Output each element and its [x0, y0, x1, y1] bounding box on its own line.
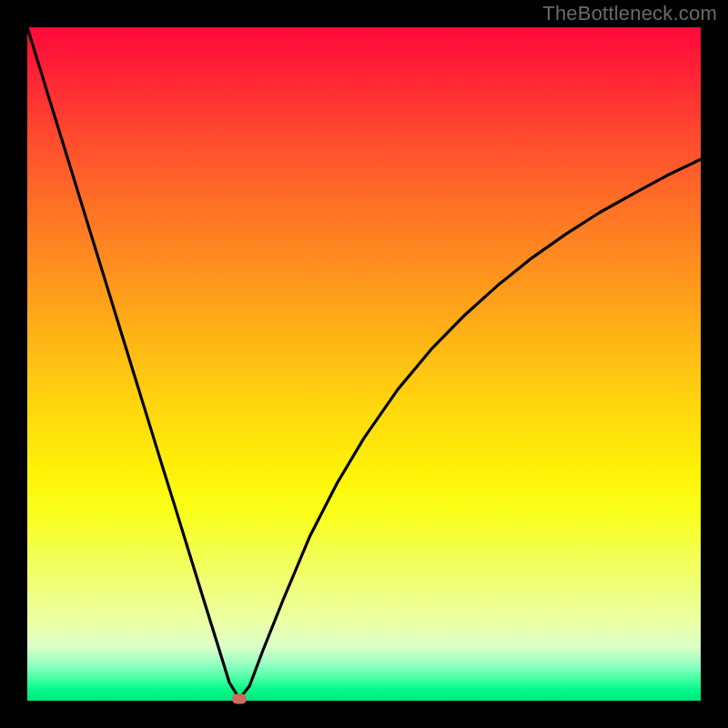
chart-svg [27, 27, 701, 701]
chart-area [27, 27, 701, 701]
attribution-text: TheBottleneck.com [542, 2, 717, 25]
minimum-marker [232, 693, 247, 703]
bottleneck-curve-path [27, 27, 701, 699]
